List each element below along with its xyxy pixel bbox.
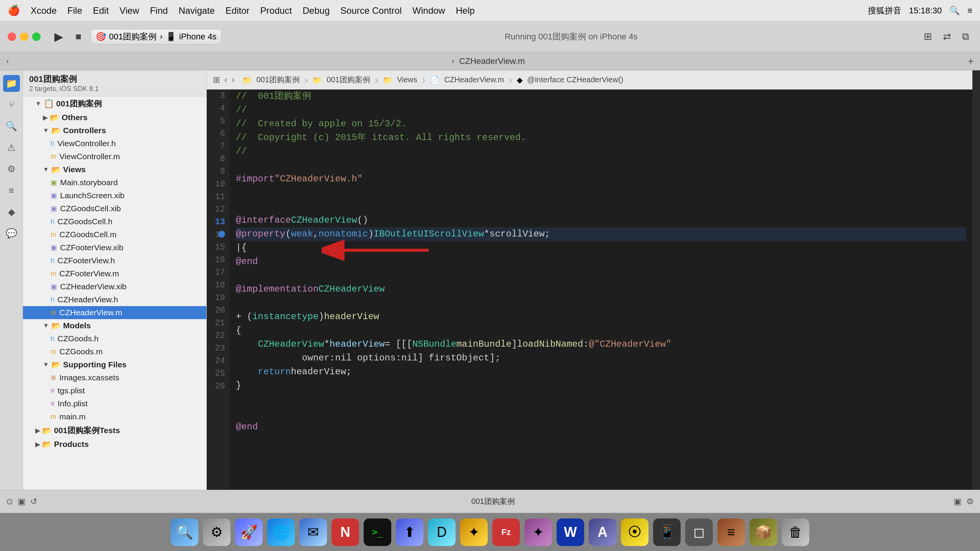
sidebar-item-czgoods-m[interactable]: m CZGoods.m xyxy=(23,345,206,358)
dock-item-trash[interactable]: 🗑 xyxy=(782,518,809,546)
menu-xcode[interactable]: Xcode xyxy=(31,5,57,16)
tests-nav-button[interactable]: ⚙ xyxy=(3,161,20,178)
menu-view[interactable]: View xyxy=(119,5,139,16)
sidebar-item-views[interactable]: ▼ 📂 Views xyxy=(23,163,206,176)
dock-item-filezilla[interactable]: Fz xyxy=(492,518,520,546)
back-forward-button[interactable]: ⇄ xyxy=(940,29,954,44)
menu-list-icon[interactable]: ≡ xyxy=(967,6,972,16)
sidebar-item-czfooterview-m[interactable]: m CZFooterView.m xyxy=(23,267,206,280)
layout-grid-button[interactable]: ⊞ xyxy=(921,29,935,44)
dock-item-onenote[interactable]: N xyxy=(332,518,359,546)
sidebar-item-models[interactable]: ▼ 📂 Models xyxy=(23,319,206,332)
sidebar-item-info-plist[interactable]: ≡ Info.plist xyxy=(23,397,206,410)
sidebar-item-project[interactable]: ▼ 📋 001团购案例 xyxy=(23,96,206,111)
menu-navigate[interactable]: Navigate xyxy=(178,5,215,16)
search-nav-button[interactable]: 🔍 xyxy=(3,118,20,135)
code-text[interactable]: // 001团购案例 // // Created by apple on 15/… xyxy=(230,90,972,490)
stop-button[interactable]: ■ xyxy=(72,29,85,44)
dock-item-sketch[interactable]: ✦ xyxy=(460,518,488,546)
menu-editor[interactable]: Editor xyxy=(225,5,250,16)
bc-views-icon: 📁 xyxy=(383,75,392,85)
dock-item-word[interactable]: W xyxy=(557,518,584,546)
sidebar-item-czheaderview-h[interactable]: h CZHeaderView.h xyxy=(23,293,206,306)
debug-nav-button[interactable]: ≡ xyxy=(3,182,20,199)
sidebar-item-czgoods-h[interactable]: h CZGoods.h xyxy=(23,332,206,345)
menu-window[interactable]: Window xyxy=(412,5,445,16)
code-area[interactable]: 3 4 5 6 7 8 9 10 11 12 13 14 15 16 xyxy=(207,90,972,490)
tab-title[interactable]: CZHeaderView.m xyxy=(459,56,525,66)
run-button[interactable]: ▶ xyxy=(51,28,66,45)
search-icon[interactable]: 🔍 xyxy=(949,6,960,16)
nav-next[interactable]: › xyxy=(452,56,454,66)
sidebar-item-czheaderview-m[interactable]: m CZHeaderView.m xyxy=(23,306,206,319)
apple-menu[interactable]: 🍎 xyxy=(8,5,20,16)
sidebar-item-tests[interactable]: ▶ 📂 001团购案例Tests xyxy=(23,423,206,438)
sidebar-item-supporting-files[interactable]: ▼ 📂 Supporting Files xyxy=(23,358,206,371)
menu-file[interactable]: File xyxy=(67,5,82,16)
sidebar-item-launchscreen[interactable]: ▣ LaunchScreen.xib xyxy=(23,189,206,202)
maximize-button[interactable] xyxy=(32,33,41,41)
sidebar-item-controllers[interactable]: ▼ 📂 Controllers xyxy=(23,124,206,137)
dock-item-app1[interactable]: A xyxy=(589,518,616,546)
close-button[interactable] xyxy=(8,33,16,41)
dock-item-archive[interactable]: 📦 xyxy=(750,518,777,546)
panel-toggle-button[interactable]: ⧉ xyxy=(959,29,972,44)
menu-find[interactable]: Find xyxy=(150,5,168,16)
dock-item-simulator[interactable]: ◻ xyxy=(685,518,713,546)
project-nav-button[interactable]: 📁 xyxy=(3,75,20,92)
sidebar-item-tgs-plist[interactable]: ≡ tgs.plist xyxy=(23,384,206,397)
bc-project2[interactable]: 001团购案例 xyxy=(327,75,370,85)
sidebar-item-czgoodscell-h[interactable]: h CZGoodsCell.h xyxy=(23,215,206,228)
sidebar-item-viewcontroller-m[interactable]: m ViewController.m xyxy=(23,150,206,163)
dock-item-instruments[interactable]: ⦿ xyxy=(621,518,648,546)
dock-item-dash[interactable]: D xyxy=(428,518,456,546)
sidebar-item-others[interactable]: ▶ 📂 Others xyxy=(23,111,206,124)
sidebar-item-images-xcassets[interactable]: ⊕ Images.xcassets xyxy=(23,371,206,384)
source-control-nav-button[interactable]: ⑂ xyxy=(3,96,20,113)
nav-prev[interactable]: ‹ xyxy=(6,56,9,66)
sidebar-item-czfooterview-h[interactable]: h CZFooterView.h xyxy=(23,254,206,267)
bottom-icon-3[interactable]: ↺ xyxy=(30,497,37,507)
dock-item-transmit[interactable]: ⬆ xyxy=(396,518,423,546)
code-line-19: + (instancetype)headerView xyxy=(236,310,966,324)
dock-item-mail[interactable]: ✉ xyxy=(299,518,327,546)
dock-item-sysprefs[interactable]: ⚙ xyxy=(203,518,230,546)
scheme-selector[interactable]: 🎯 001团购案例 › 📱 iPhone 4s xyxy=(91,29,222,44)
menu-help[interactable]: Help xyxy=(456,5,475,16)
bc-filename[interactable]: CZHeaderView.m xyxy=(444,75,504,84)
dock-item-char[interactable]: ✦ xyxy=(524,518,552,546)
sidebar-item-products[interactable]: ▶ 📂 Products xyxy=(23,438,206,451)
nav-btn-back[interactable]: ‹ xyxy=(224,75,227,85)
sidebar-item-czgoodscell-m[interactable]: m CZGoodsCell.m xyxy=(23,228,206,241)
nav-btn-forward[interactable]: › xyxy=(232,75,234,85)
menu-source-control[interactable]: Source Control xyxy=(340,5,402,16)
sidebar-item-czgoodscell-xib[interactable]: ▣ CZGoodsCell.xib xyxy=(23,202,206,215)
bc-views[interactable]: Views xyxy=(397,75,417,84)
minimize-button[interactable] xyxy=(20,33,28,41)
console-toggle[interactable]: ▣ xyxy=(954,497,962,507)
menu-debug[interactable]: Debug xyxy=(303,5,330,16)
breakpoints-nav-button[interactable]: ◆ xyxy=(3,204,20,220)
sidebar-item-main-storyboard[interactable]: ▣ Main.storyboard xyxy=(23,176,206,189)
dock-item-merge[interactable]: ≡ xyxy=(717,518,745,546)
bottom-icon-2[interactable]: ▣ xyxy=(18,497,26,507)
nav-btn-1[interactable]: ⊞ xyxy=(213,75,220,85)
debugger-toggle[interactable]: ⚙ xyxy=(966,497,974,507)
dock-item-iphone[interactable]: 📱 xyxy=(653,518,681,546)
dock-item-finder[interactable]: 🔍 xyxy=(171,518,198,546)
report-nav-button[interactable]: 💬 xyxy=(3,225,20,242)
dock-item-terminal[interactable]: >_ xyxy=(364,518,391,546)
add-tab-button[interactable]: + xyxy=(968,55,974,67)
bc-interface[interactable]: @interface CZHeaderView() xyxy=(527,75,623,84)
sidebar-item-czfooterview-xib[interactable]: ▣ CZFooterView.xib xyxy=(23,241,206,254)
bottom-icon-1[interactable]: ⊙ xyxy=(6,497,13,507)
menu-product[interactable]: Product xyxy=(260,5,292,16)
dock-item-safari[interactable]: 🌐 xyxy=(267,518,295,546)
sidebar-item-czheaderview-xib[interactable]: ▣ CZHeaderView.xib xyxy=(23,280,206,293)
bc-project[interactable]: 001团购案例 xyxy=(256,75,300,85)
sidebar-item-main-m[interactable]: m main.m xyxy=(23,410,206,423)
menu-edit[interactable]: Edit xyxy=(93,5,109,16)
sidebar-item-viewcontroller-h[interactable]: h ViewController.h xyxy=(23,137,206,150)
warnings-nav-button[interactable]: ⚠ xyxy=(3,139,20,156)
dock-item-launchpad[interactable]: 🚀 xyxy=(235,518,263,546)
